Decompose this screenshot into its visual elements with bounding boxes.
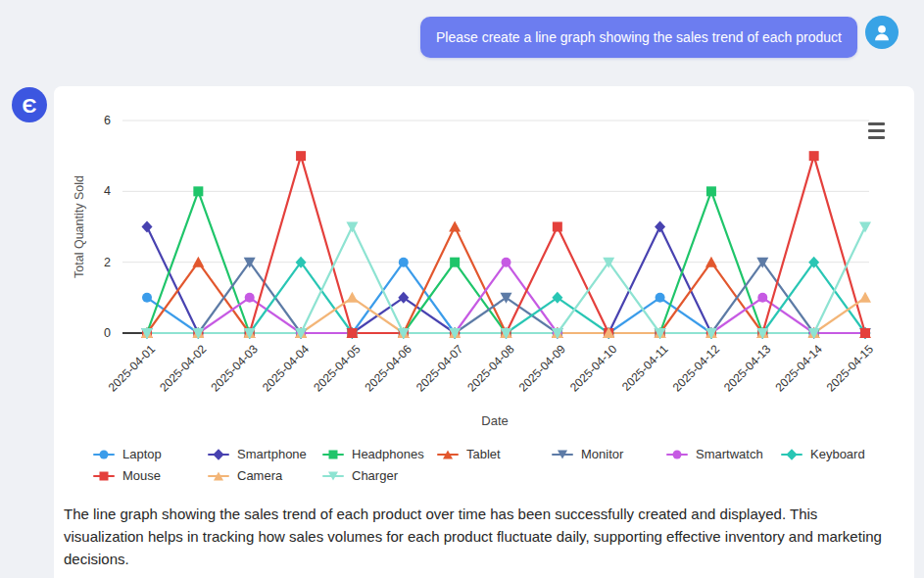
legend-label: Monitor (581, 447, 623, 461)
legend-label: Laptop (122, 447, 162, 461)
x-tick-label: 2025-04-06 (363, 342, 415, 395)
assistant-message-text: The line graph showing the sales trend o… (64, 503, 895, 570)
diamond-marker-icon (781, 449, 802, 460)
data-point (553, 222, 562, 232)
data-point (142, 293, 152, 303)
data-point (193, 186, 203, 196)
x-tick-label: 2025-04-07 (413, 342, 466, 395)
triangle-up-marker-icon (437, 449, 459, 460)
triangle-down-marker-icon (322, 470, 344, 482)
square-marker-icon (93, 470, 115, 482)
data-point (655, 221, 665, 233)
x-axis-title: Date (481, 413, 508, 428)
x-tick-label: 2025-04-03 (209, 342, 262, 395)
data-point (757, 293, 767, 303)
legend-item-charger[interactable]: Charger (322, 468, 437, 483)
y-tick-label: 4 (104, 184, 111, 198)
y-tick-label: 0 (104, 326, 111, 340)
user-message-bubble: Please create a line graph showing the s… (420, 17, 857, 58)
legend-item-keyboard[interactable]: Keyboard (781, 447, 896, 461)
x-tick-label: 2025-04-12 (670, 342, 723, 395)
triangle-down-marker-icon (552, 449, 573, 460)
legend-label: Camera (237, 468, 282, 483)
chat-row: Please create a line graph showing the s… (0, 16, 914, 61)
legend-label: Keyboard (810, 447, 865, 461)
data-point (450, 258, 460, 267)
data-point (245, 293, 255, 303)
x-tick-label: 2025-04-04 (260, 342, 313, 395)
x-tick-label: 2025-04-08 (464, 342, 517, 395)
legend-item-smartwatch[interactable]: Smartwatch (666, 447, 781, 461)
diamond-marker-icon (208, 449, 229, 460)
x-tick-label: 2025-04-09 (516, 342, 569, 395)
data-point (860, 328, 870, 338)
circle-marker-icon (666, 449, 688, 460)
data-point (449, 221, 461, 232)
x-tick-label: 2025-04-11 (619, 342, 671, 394)
square-marker-icon (322, 449, 344, 460)
legend-label: Tablet (466, 447, 501, 461)
x-tick-label: 2025-04-01 (106, 342, 159, 395)
legend-label: Smartwatch (696, 447, 763, 461)
data-point (656, 293, 665, 303)
legend-item-camera[interactable]: Camera (208, 468, 322, 483)
x-tick-label: 2025-04-14 (772, 342, 825, 395)
data-point (398, 292, 409, 304)
legend-item-smartphone[interactable]: Smartphone (208, 447, 322, 461)
legend-item-tablet[interactable]: Tablet (437, 447, 552, 461)
x-tick-label: 2025-04-02 (157, 342, 210, 395)
legend-label: Headphones (352, 447, 424, 461)
user-avatar[interactable] (865, 16, 899, 49)
data-point (859, 222, 871, 233)
y-tick-label: 2 (104, 256, 111, 269)
legend-label: Smartphone (237, 447, 307, 461)
chart-legend: LaptopSmartphoneHeadphonesTabletMonitorS… (93, 447, 897, 483)
data-point (399, 258, 409, 267)
series-line-mouse (147, 156, 865, 333)
data-point (347, 328, 357, 338)
data-point (346, 222, 358, 233)
legend-item-laptop[interactable]: Laptop (93, 447, 208, 461)
data-point (501, 293, 512, 304)
data-point (142, 221, 153, 233)
assistant-logo-icon: Є (23, 95, 37, 116)
data-point (552, 292, 562, 304)
circle-marker-icon (93, 449, 115, 460)
data-point (859, 292, 871, 303)
y-tick-label: 6 (104, 114, 111, 127)
data-point (706, 186, 716, 196)
hamburger-menu-icon[interactable] (868, 121, 885, 140)
x-tick-label: 2025-04-15 (824, 342, 877, 395)
triangle-up-marker-icon (208, 470, 229, 482)
x-tick-label: 2025-04-13 (721, 342, 774, 395)
line-chart: 0246Total Quantity Sold2025-04-012025-04… (54, 86, 914, 441)
data-point (346, 292, 358, 303)
assistant-response-card: 0246Total Quantity Sold2025-04-012025-04… (54, 86, 914, 578)
legend-item-monitor[interactable]: Monitor (552, 447, 666, 461)
legend-label: Charger (352, 468, 398, 483)
x-tick-label: 2025-04-05 (311, 342, 364, 395)
legend-item-headphones[interactable]: Headphones (322, 447, 437, 461)
user-icon (871, 22, 893, 43)
data-point (296, 151, 306, 161)
y-axis-title: Total Quantity Sold (73, 175, 86, 278)
legend-item-mouse[interactable]: Mouse (93, 468, 208, 483)
user-message-text: Please create a line graph showing the s… (436, 29, 842, 45)
x-tick-label: 2025-04-10 (567, 342, 620, 395)
assistant-avatar: Є (12, 87, 47, 122)
legend-label: Mouse (122, 468, 161, 483)
data-point (502, 258, 511, 267)
data-point (809, 151, 819, 161)
